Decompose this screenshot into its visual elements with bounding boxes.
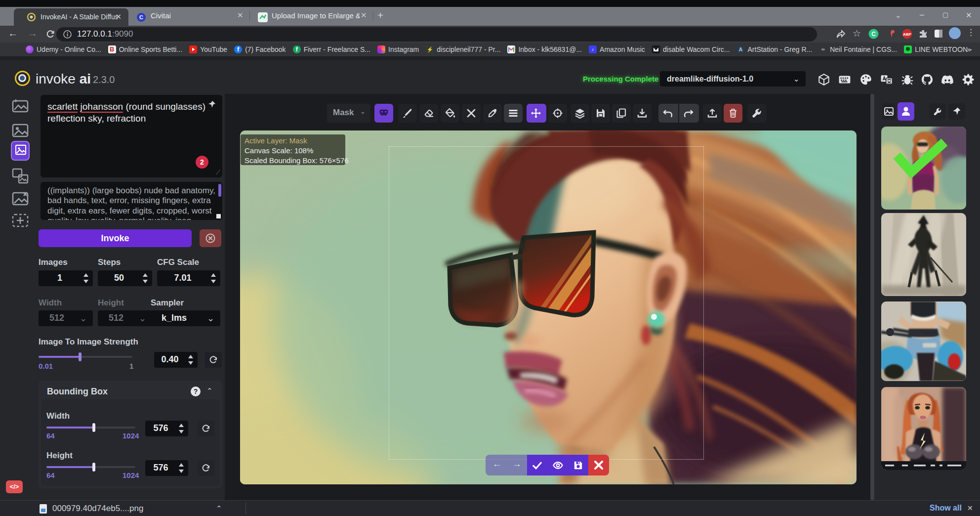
svg-text:C: C bbox=[871, 31, 876, 38]
svg-text:C: C bbox=[139, 14, 143, 20]
svg-text:ABP: ABP bbox=[903, 32, 912, 37]
